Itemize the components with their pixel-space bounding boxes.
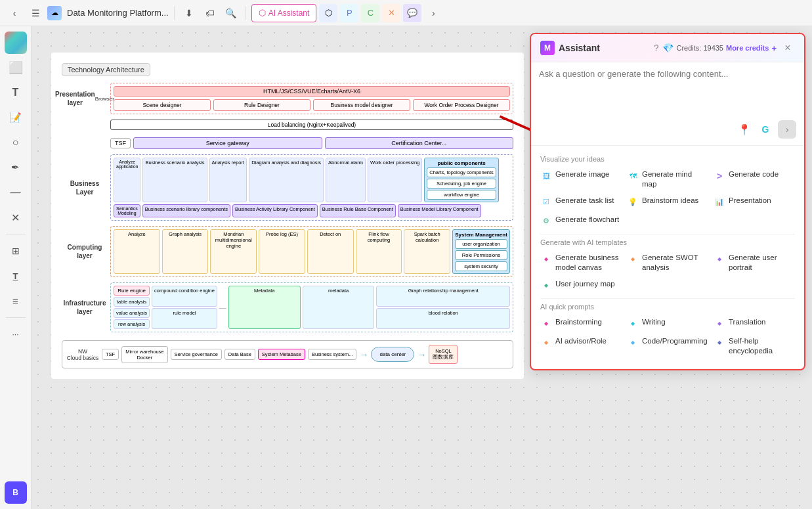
biz-rule-lib: Business Rule Base Component — [320, 204, 396, 217]
option-mind-map[interactable]: 🗺 Generate mind map — [627, 168, 708, 190]
nw-database: Data Base — [224, 349, 255, 360]
compound-engine: compound condition engine — [152, 286, 217, 307]
presentation-layer-content: HTML/JS/CSS/VUE/Echarts/AntV-X6 Scene de… — [110, 83, 513, 114]
biz-row2: SemanticsModeling Business scenario libr… — [114, 204, 510, 217]
loadbalance-row: Load balancing (Nginx+Keepalived) — [62, 120, 513, 132]
download-button[interactable]: ⬇ — [180, 4, 198, 22]
sys-sec: system security — [455, 261, 507, 271]
back-button[interactable]: ‹ — [5, 4, 24, 22]
location-icon[interactable]: 📍 — [736, 121, 753, 138]
menu-button[interactable]: ☰ — [26, 4, 45, 22]
sidebar-rectangle-tool[interactable]: ⬜ — [5, 56, 27, 79]
sidebar-bottom-icon[interactable]: B — [5, 481, 27, 504]
business-layer-row: BusinessLayer Analyzeapplication Busines… — [62, 154, 513, 221]
gateway-content: TSF Service gateway Certification Center… — [110, 137, 513, 149]
search-button[interactable]: 🔍 — [222, 4, 240, 22]
presentation-icon: 📊 — [714, 196, 725, 208]
option-flowchart[interactable]: ⚙ Generate flowchart — [540, 213, 622, 229]
sidebar-more-tools[interactable]: ··· — [5, 323, 27, 345]
user-journey-label: User journey map — [555, 279, 615, 289]
ai-panel-close-button[interactable]: × — [780, 41, 795, 55]
sidebar-list-tool[interactable]: ≡ — [5, 290, 27, 312]
pres-boxes: Scene designer Rule Designer Business mo… — [114, 99, 510, 111]
send-button[interactable]: › — [778, 120, 796, 139]
toolbar: ‹ ☰ ☁ Data Monitoring Platform... ⬇ 🏷 🔍 … — [0, 0, 812, 26]
section3-title: AI quick prompts — [540, 303, 795, 311]
brainstorming-icon: ◆ — [540, 318, 552, 330]
option-swot[interactable]: ◆ Generate SWOT analysis — [627, 252, 708, 274]
option-presentation[interactable]: 📊 Presentation — [714, 194, 795, 210]
sys-mgmt: System Management user organization Role… — [452, 229, 510, 274]
option-business-canvas[interactable]: ◆ Generate business model canvas — [540, 252, 622, 274]
ai-assistant-tab[interactable]: ⬡ AI Assistant — [251, 4, 317, 22]
comp-analyze: Analyze — [114, 229, 160, 274]
tag-button[interactable]: 🏷 — [201, 4, 219, 22]
infra-arrow: — — [219, 286, 226, 329]
infra-layer-row: Infrastructurelayer Rule engine table an… — [62, 282, 513, 332]
divider2 — [540, 298, 795, 299]
option-encyclopedia[interactable]: ◆ Self-help encyclopedia — [714, 335, 795, 357]
option-user-portrait[interactable]: ◆ Generate user portrait — [714, 252, 795, 274]
ai-panel-header: M Assistant ? 💎 Credits: 19435 More cred… — [531, 34, 804, 62]
sidebar-color-swatch[interactable] — [5, 32, 27, 54]
option-writing[interactable]: ◆ Writing — [627, 316, 708, 331]
brainstorm-label: Brainstorm ideas — [642, 196, 698, 206]
tab-icon-5[interactable]: 💬 — [403, 4, 421, 22]
comp-probe: Probe log (ES) — [259, 229, 305, 274]
option-code-programming[interactable]: ◆ Code/Programming — [627, 335, 708, 357]
sidebar-eraser[interactable]: ✕ — [5, 206, 27, 229]
flowchart-label: Generate flowchart — [555, 215, 619, 225]
comp-mondrian: Mondrian multidimensional engine — [210, 229, 257, 274]
tab-icon-2[interactable]: P — [340, 4, 358, 22]
diagram-label: Technology Architecture — [62, 63, 150, 76]
nw-biz-sys: Business system... — [308, 349, 357, 360]
infra-layer-content: Rule engine table analysis value analysi… — [110, 282, 513, 332]
more-credits-link[interactable]: More credits — [726, 44, 769, 52]
option-user-journey[interactable]: ◆ User journey map — [540, 278, 622, 293]
sidebar-pen-tool[interactable]: ✒ — [5, 156, 27, 179]
biz-workorder: Work order processing — [368, 158, 422, 202]
ai-input-field[interactable] — [539, 69, 796, 115]
tab-icon-3[interactable]: C — [361, 4, 379, 22]
sidebar-shape-tool[interactable]: ○ — [5, 131, 27, 154]
nw-datacenter: data center — [371, 347, 414, 362]
option-translation[interactable]: ◆ Translation — [714, 316, 795, 331]
generate-image-label: Generate image — [555, 169, 609, 179]
option-ai-advisor[interactable]: ◆ AI advisor/Role — [540, 335, 622, 357]
biz-scenario: Business scenario analysis — [142, 158, 207, 202]
metadata-item: metadata — [303, 286, 375, 329]
sidebar-sticky-note[interactable]: 📝 — [5, 106, 27, 129]
nw-mirror: Mirror warehouseDocker — [121, 346, 167, 363]
sidebar-connector[interactable]: — — [5, 181, 27, 204]
translation-icon: ◆ — [714, 318, 725, 330]
comp-grid: Analyze Graph analysis Mondrian multidim… — [114, 229, 510, 274]
sidebar-text-tool[interactable]: T — [5, 81, 27, 104]
sidebar-table-tool[interactable]: ⊞ — [5, 240, 27, 262]
option-generate-code[interactable]: > Generate code — [714, 168, 795, 190]
infra-layer-label: Infrastructurelayer — [62, 282, 108, 332]
tab-icon-1[interactable]: ⬡ — [319, 4, 337, 22]
biz-model-lib: Business Model Library Component — [398, 204, 481, 217]
table-analysis: table analysis — [114, 297, 150, 307]
canvas-area[interactable]: Technology Architecture Presentationlaye… — [32, 26, 812, 509]
sidebar-text-block[interactable]: T — [5, 265, 27, 287]
option-generate-image[interactable]: 🖼 Generate image — [540, 168, 622, 190]
metadata-box: Metadata — [228, 286, 301, 329]
tab-icon-4[interactable]: ✕ — [382, 4, 400, 22]
pres-header: HTML/JS/CSS/VUE/Echarts/AntV-X6 — [114, 86, 510, 97]
sys-roles: Role Permissions — [455, 250, 507, 260]
row-analysis: row analysis — [114, 319, 150, 329]
option-brainstorming[interactable]: ◆ Brainstorming — [540, 316, 622, 331]
option-brainstorm[interactable]: 💡 Brainstorm ideas — [627, 194, 708, 210]
loadbalance-content: Load balancing (Nginx+Keepalived) — [110, 120, 513, 132]
option-task-list[interactable]: ☑ Generate task list — [540, 194, 622, 210]
loadbalance-label — [62, 120, 108, 132]
rule-model: rule model — [152, 308, 217, 329]
more-tabs-button[interactable]: › — [424, 4, 442, 22]
user-journey-icon: ◆ — [540, 280, 552, 292]
ai-logo: M — [540, 41, 555, 55]
grammarly-icon[interactable]: G — [757, 121, 774, 138]
ai-assistant-panel: M Assistant ? 💎 Credits: 19435 More cred… — [530, 33, 805, 370]
left-sidebar: ⬜ T 📝 ○ ✒ — ✕ ⊞ T ≡ ··· B — [0, 26, 32, 509]
writing-icon: ◆ — [627, 318, 639, 330]
